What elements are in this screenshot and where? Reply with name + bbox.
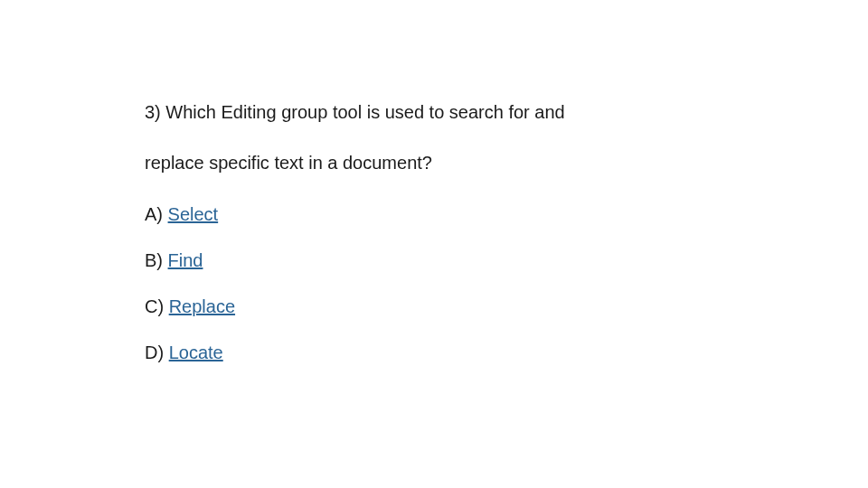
option-c-link[interactable]: Replace (169, 296, 235, 316)
option-b: B) Find (145, 250, 868, 271)
option-b-label: B) (145, 250, 168, 270)
option-c-label: C) (145, 296, 169, 316)
option-d-link[interactable]: Locate (169, 343, 223, 362)
option-a: A) Select (145, 204, 868, 225)
option-d: D) Locate (145, 343, 868, 363)
option-d-label: D) (145, 343, 169, 362)
option-b-link[interactable]: Find (168, 250, 203, 270)
question-line-2: replace specific text in a document? (145, 150, 651, 175)
question-text: 3) Which Editing group tool is used to s… (145, 99, 651, 175)
option-c: C) Replace (145, 296, 868, 317)
question-line-1: 3) Which Editing group tool is used to s… (145, 99, 651, 125)
option-a-label: A) (145, 204, 168, 224)
option-a-link[interactable]: Select (168, 204, 219, 224)
